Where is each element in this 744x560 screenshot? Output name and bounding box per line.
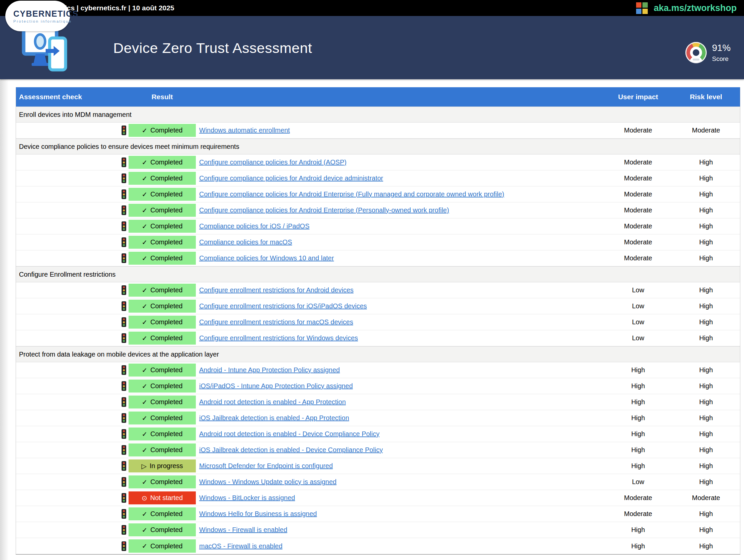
- ms-square-blue: [636, 9, 641, 14]
- assessment-check-link[interactable]: Compliance policies for macOS: [199, 238, 292, 246]
- risk-level-value: High: [672, 186, 740, 202]
- assessment-check-link[interactable]: Configure enrollment restrictions for ma…: [199, 318, 353, 326]
- status-badge: ✓Completed: [128, 427, 196, 441]
- section-header-row: Configure Enrollment restrictions: [16, 266, 740, 282]
- assessment-check-link[interactable]: Configure enrollment restrictions for An…: [199, 286, 354, 294]
- table-row: ✓CompletedCompliance policies for Window…: [16, 250, 740, 266]
- status-label: Completed: [151, 510, 183, 518]
- assessment-table-body: Enroll devices into MDM management✓Compl…: [16, 107, 740, 554]
- status-icon: ✓: [142, 190, 148, 198]
- risk-level-value: High: [672, 426, 740, 442]
- traffic-light-cell: [118, 250, 128, 266]
- traffic-light-icon: [121, 445, 126, 455]
- user-impact-value: Low: [604, 314, 672, 330]
- assessment-check-link[interactable]: Microsoft Defender for Endpoint is confi…: [199, 462, 333, 470]
- check-link-cell: Windows Hello for Business is assigned: [196, 506, 604, 522]
- status-icon: ✓: [142, 286, 148, 294]
- assessment-check-link[interactable]: Configure enrollment restrictions for iO…: [199, 302, 367, 310]
- table-row: ▷In progressMicrosoft Defender for Endpo…: [16, 458, 740, 474]
- status-label: Completed: [151, 254, 183, 262]
- result-cell: ✓Completed: [128, 186, 196, 202]
- risk-level-value: High: [672, 538, 740, 554]
- assessment-check-link[interactable]: iOS Jailbreak detection is enabled - App…: [199, 414, 349, 422]
- microsoft-logo-icon: [636, 2, 648, 14]
- assessment-check-link[interactable]: Windows - BitLocker is assigned: [199, 494, 295, 502]
- assessment-check-link[interactable]: Configure compliance policies for Androi…: [199, 190, 504, 198]
- status-badge: ✓Completed: [128, 412, 196, 424]
- assessment-check-link[interactable]: Configure compliance policies for Androi…: [199, 207, 449, 214]
- check-link-cell: Configure enrollment restrictions for Wi…: [196, 330, 604, 346]
- traffic-light-cell: [118, 442, 128, 458]
- status-badge: ▷In progress: [128, 459, 196, 473]
- result-cell: ✓Completed: [128, 218, 196, 234]
- logo-name: CYBERNETICS: [13, 9, 79, 18]
- status-icon: ✓: [142, 238, 148, 247]
- status-label: Completed: [151, 286, 183, 294]
- row-indent: [16, 250, 118, 266]
- traffic-light-icon: [121, 413, 126, 423]
- check-link-cell: Configure compliance policies for Androi…: [196, 171, 604, 186]
- status-icon: ✓: [142, 254, 148, 262]
- traffic-light-icon: [121, 509, 126, 519]
- risk-level-value: High: [672, 474, 740, 490]
- assessment-check-link[interactable]: iOS Jailbreak detection is enabled - Dev…: [199, 446, 383, 454]
- status-badge: ✓Completed: [128, 315, 196, 329]
- traffic-light-cell: [118, 474, 128, 490]
- assessment-check-link[interactable]: Android - Intune App Protection Policy a…: [199, 366, 340, 374]
- workshop-link[interactable]: aka.ms/ztworkshop: [654, 3, 737, 13]
- assessment-check-link[interactable]: Android root detection is enabled - App …: [199, 398, 346, 406]
- status-label: Completed: [151, 318, 183, 326]
- traffic-light-cell: [118, 490, 128, 506]
- result-cell: ✓Completed: [128, 171, 196, 186]
- table-row: ⊙Not startedWindows - BitLocker is assig…: [16, 490, 740, 506]
- assessment-check-link[interactable]: Configure enrollment restrictions for Wi…: [199, 334, 358, 342]
- status-badge: ✓Completed: [128, 396, 196, 409]
- check-link-cell: Microsoft Defender for Endpoint is confi…: [196, 458, 604, 474]
- assessment-check-link[interactable]: Compliance policies for Windows 10 and l…: [199, 254, 334, 262]
- user-impact-value: Moderate: [604, 234, 672, 250]
- traffic-light-icon: [121, 333, 126, 343]
- user-impact-value: Moderate: [604, 490, 672, 506]
- assessment-check-link[interactable]: Compliance policies for iOS / iPadOS: [199, 222, 309, 230]
- traffic-light-cell: [118, 154, 128, 170]
- status-badge: ✓Completed: [128, 539, 196, 553]
- assessment-check-link[interactable]: Configure compliance policies for Androi…: [199, 175, 383, 182]
- risk-level-value: High: [672, 298, 740, 314]
- assessment-check-link[interactable]: Windows Hello for Business is assigned: [199, 510, 317, 518]
- assessment-check-link[interactable]: macOS - Firewall is enabled: [199, 543, 283, 550]
- assessment-check-link[interactable]: Windows automatic enrollment: [199, 126, 290, 134]
- status-badge: ✓Completed: [128, 124, 196, 137]
- status-label: Completed: [151, 430, 183, 438]
- table-row: ✓CompletediOS Jailbreak detection is ena…: [16, 442, 740, 458]
- check-link-cell: Android root detection is enabled - App …: [196, 394, 604, 410]
- logo-tagline: Protection informatique: [13, 19, 79, 23]
- check-link-cell: Configure enrollment restrictions for An…: [196, 282, 604, 298]
- status-label: Not started: [150, 494, 183, 502]
- assessment-check-link[interactable]: Configure compliance policies for Androi…: [199, 158, 346, 166]
- traffic-light-cell: [118, 506, 128, 522]
- section-header-row: Device compliance policies to ensure dev…: [16, 139, 740, 154]
- check-link-cell: iOS Jailbreak detection is enabled - App…: [196, 410, 604, 426]
- traffic-light-cell: [118, 378, 128, 394]
- status-badge: ✓Completed: [128, 364, 196, 377]
- table-row: ✓CompletedAndroid root detection is enab…: [16, 426, 740, 442]
- table-header-row: Assessment check Result User impact Risk…: [16, 87, 740, 107]
- assessment-check-link[interactable]: Android root detection is enabled - Devi…: [199, 430, 379, 438]
- risk-level-value: High: [672, 234, 740, 250]
- assessment-check-link[interactable]: Windows - Firewall is enabled: [199, 526, 288, 534]
- risk-level-value: High: [672, 410, 740, 426]
- assessment-check-link[interactable]: Windows - Windows Update policy is assig…: [199, 478, 336, 486]
- risk-level-value: High: [672, 378, 740, 394]
- traffic-light-icon: [121, 525, 126, 535]
- page-left-shadow: [0, 79, 9, 560]
- assessment-check-link[interactable]: iOS/iPadOS - Intune App Protection Polic…: [199, 382, 353, 390]
- traffic-light-cell: [118, 426, 128, 442]
- status-icon: ✓: [142, 334, 148, 342]
- status-label: Completed: [151, 334, 183, 342]
- status-label: Completed: [151, 302, 183, 310]
- user-impact-value: High: [604, 426, 672, 442]
- status-badge: ✓Completed: [128, 236, 196, 249]
- result-cell: ✓Completed: [128, 522, 196, 538]
- traffic-light-cell: [118, 202, 128, 218]
- result-cell: ✓Completed: [128, 234, 196, 250]
